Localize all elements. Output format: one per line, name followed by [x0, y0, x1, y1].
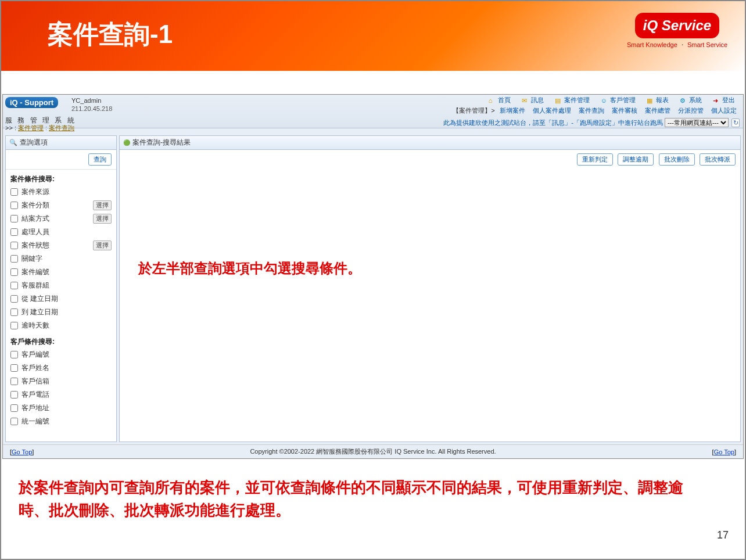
nav-customer[interactable]: 客戶管理	[601, 96, 636, 103]
go-top-left[interactable]: Go Top	[12, 448, 32, 455]
customer-icon	[601, 97, 609, 104]
logout-icon	[713, 97, 721, 104]
subnav-query[interactable]: 案件查詢	[579, 107, 604, 114]
nav-message[interactable]: 訊息	[522, 96, 544, 103]
criteria-label: 客服群組	[21, 281, 49, 290]
marquee-row: 此為提供建欣使用之測試站台，請至「訊息」-「跑馬燈設定」中進行站台跑馬 ---常…	[443, 118, 740, 127]
criteria-row: 客戶姓名	[6, 361, 116, 375]
criteria-label: 案件狀態	[21, 240, 49, 250]
results-title: 案件查詢-搜尋結果	[120, 136, 740, 150]
criteria-row: 到 建立日期	[6, 306, 116, 319]
criteria-checkbox[interactable]	[10, 242, 18, 249]
criteria-label: 從 建立日期	[21, 294, 58, 304]
criteria-checkbox[interactable]	[10, 268, 18, 276]
nav-home[interactable]: 首頁	[489, 96, 511, 103]
search-panel-icon	[9, 138, 20, 146]
subnav-prefix: 【案件管理】>	[453, 107, 494, 114]
app-screenshot: iQ - Support YC_admin 211.20.45.218 服 務 …	[2, 94, 744, 459]
criteria-label: 逾時天數	[21, 321, 49, 331]
criteria-checkbox[interactable]	[10, 255, 18, 263]
criteria-row: 關鍵字	[6, 252, 116, 265]
brand-logo: iQ Service Smart Knowledge ・ Smart Servi…	[627, 13, 727, 49]
criteria-checkbox[interactable]	[10, 404, 18, 412]
subnav-personal-set[interactable]: 個人設定	[711, 107, 737, 114]
quicklink-select[interactable]: ---常用網頁連結---	[665, 118, 729, 127]
select-button[interactable]: 選擇	[93, 214, 112, 224]
criteria-checkbox[interactable]	[10, 282, 18, 289]
criteria-row: 結案方式選擇	[6, 212, 116, 225]
home-icon	[489, 97, 497, 104]
criteria-label: 案件編號	[21, 267, 49, 277]
criteria-label: 客戶信箱	[21, 376, 49, 386]
top-nav: 首頁 訊息 案件管理 客戶管理 報表 系統 登出	[484, 96, 740, 105]
criteria-checkbox[interactable]	[10, 378, 18, 385]
annotation-footer: 於案件查詢內可查詢所有的案件，並可依查詢條件的不同顯示不同的結果，可使用重新判定…	[19, 476, 710, 522]
breadcrumb-case-query[interactable]: 案件查詢	[49, 124, 74, 131]
report-icon	[647, 97, 655, 104]
app-ip-label: 211.20.45.218	[71, 105, 112, 112]
search-button[interactable]: 查詢	[88, 153, 112, 166]
criteria-checkbox[interactable]	[10, 322, 18, 329]
criteria-row: 客戶編號	[6, 348, 116, 361]
results-icon	[123, 138, 132, 146]
breadcrumb-case-mgmt[interactable]: 案件管理	[18, 124, 44, 131]
criteria-checkbox[interactable]	[10, 188, 18, 196]
app-footer: [Go Top] Copyright ©2002-2022 網智服務國際股份有限…	[3, 444, 743, 458]
search-options-title: 查詢選項	[6, 136, 116, 150]
system-icon	[680, 97, 688, 104]
subnav-manage[interactable]: 案件總管	[645, 107, 670, 114]
batch-transfer-button[interactable]: 批次轉派	[700, 153, 736, 166]
criteria-checkbox[interactable]	[10, 295, 18, 303]
criteria-row: 案件分類選擇	[6, 199, 116, 212]
go-top-right[interactable]: Go Top	[714, 448, 734, 455]
criteria-label: 處理人員	[21, 227, 49, 237]
criteria-row: 客戶電話	[6, 388, 116, 401]
criteria-checkbox[interactable]	[10, 351, 18, 358]
criteria-label: 案件來源	[21, 187, 49, 197]
nav-logout[interactable]: 登出	[713, 96, 735, 103]
app-user-label: YC_admin	[71, 97, 101, 104]
case-criteria-heading: 案件條件搜尋:	[6, 170, 116, 185]
refresh-icon[interactable]: ↻	[731, 119, 740, 127]
criteria-row: 客戶地址	[6, 401, 116, 415]
adjust-overdue-button[interactable]: 調整逾期	[618, 153, 654, 166]
criteria-label: 客戶地址	[21, 403, 49, 413]
customer-criteria-heading: 客戶條件搜尋:	[6, 332, 116, 348]
criteria-row: 案件狀態選擇	[6, 239, 116, 252]
subnav-dispatch[interactable]: 分派控管	[678, 107, 704, 114]
criteria-row: 從 建立日期	[6, 292, 116, 306]
select-button[interactable]: 選擇	[93, 200, 112, 210]
results-panel: 案件查詢-搜尋結果 重新判定 調整逾期 批次刪除 批次轉派	[119, 135, 741, 442]
criteria-label: 客戶姓名	[21, 363, 49, 373]
criteria-checkbox[interactable]	[10, 418, 18, 425]
mail-icon	[522, 97, 530, 104]
criteria-label: 案件分類	[21, 200, 49, 210]
criteria-checkbox[interactable]	[10, 364, 18, 372]
criteria-label: 結案方式	[21, 214, 49, 224]
subnav-personal[interactable]: 個人案件處理	[533, 107, 571, 114]
criteria-row: 客戶信箱	[6, 375, 116, 388]
nav-system[interactable]: 系統	[680, 96, 702, 103]
criteria-row: 處理人員	[6, 225, 116, 239]
copyright-text: Copyright ©2002-2022 網智服務國際股份有限公司 IQ Ser…	[34, 447, 712, 456]
subnav-review[interactable]: 案件審核	[612, 107, 637, 114]
logo-tag-right: Smart Service	[687, 41, 727, 48]
app-logo: iQ - Support	[5, 97, 58, 108]
subnav-new-case[interactable]: 新增案件	[500, 107, 525, 114]
criteria-checkbox[interactable]	[10, 202, 18, 209]
select-button[interactable]: 選擇	[93, 240, 112, 250]
nav-report[interactable]: 報表	[647, 96, 669, 103]
criteria-row: 統一編號	[6, 415, 116, 428]
criteria-label: 客戶編號	[21, 350, 49, 360]
app-header: iQ - Support YC_admin 211.20.45.218 服 務 …	[3, 95, 743, 128]
criteria-checkbox[interactable]	[10, 215, 18, 222]
criteria-checkbox[interactable]	[10, 308, 18, 316]
rejudge-button[interactable]: 重新判定	[577, 153, 613, 166]
criteria-checkbox[interactable]	[10, 228, 18, 236]
page-number: 17	[717, 529, 729, 541]
nav-case[interactable]: 案件管理	[555, 96, 590, 103]
case-icon	[555, 97, 563, 104]
batch-delete-button[interactable]: 批次刪除	[659, 153, 695, 166]
criteria-checkbox[interactable]	[10, 391, 18, 399]
criteria-label: 到 建立日期	[21, 307, 58, 317]
